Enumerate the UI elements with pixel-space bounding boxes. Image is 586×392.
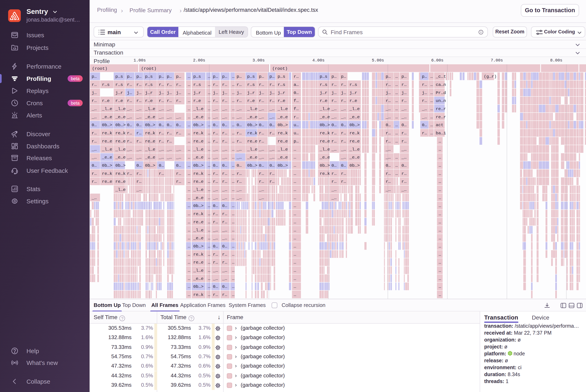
svg-text:_l…e: _l…e — [115, 188, 125, 192]
svg-text:re…k: re…k — [115, 131, 125, 136]
svg-text:j…: j… — [422, 90, 427, 95]
svg-text:…: … — [293, 179, 296, 184]
svg-text:p…: p… — [422, 74, 427, 79]
svg-text:r…: r… — [127, 98, 132, 103]
svg-text:…: … — [232, 268, 234, 273]
svg-text:re…k: re…k — [193, 292, 203, 297]
svg-text:…: … — [438, 179, 441, 184]
svg-text:_l…e: _l…e — [115, 147, 125, 152]
svg-text:r…: r… — [269, 98, 274, 103]
svg-text:_e…e: _e…e — [115, 155, 125, 160]
svg-text:r…e: r…e — [193, 98, 201, 103]
svg-text:r…: r… — [127, 171, 132, 176]
svg-text:r…: r… — [213, 171, 218, 176]
svg-text:p…s: p…s — [193, 74, 201, 79]
svg-text:0…: 0… — [213, 284, 218, 289]
svg-text:p…: p… — [341, 74, 346, 79]
svg-text:0…: 0… — [136, 163, 141, 168]
svg-text:_e…e: _e…e — [193, 276, 203, 281]
svg-text:r…: r… — [385, 139, 390, 144]
svg-text:_e…e: _e…e — [145, 155, 155, 160]
svg-text:_…: _… — [213, 115, 218, 120]
svg-text:…: … — [438, 260, 441, 265]
svg-text:r…: r… — [159, 131, 164, 136]
svg-text:…: … — [188, 268, 190, 273]
svg-text:…: … — [208, 115, 210, 120]
svg-text:…: … — [438, 196, 441, 200]
svg-text:…: … — [438, 292, 441, 297]
svg-text:r…: r… — [236, 82, 242, 87]
svg-text:_…: _… — [166, 147, 172, 152]
svg-text:…: … — [208, 123, 210, 128]
svg-text:…: … — [293, 188, 296, 192]
svg-text:j…r: j…r — [115, 90, 123, 95]
svg-text:r…e: r…e — [319, 98, 327, 103]
svg-text:_e…e: _e…e — [115, 115, 125, 120]
svg-text:re…e: re…e — [247, 139, 257, 144]
svg-text:p…: p… — [269, 74, 274, 79]
svg-text:_e…e: _e…e — [247, 115, 257, 120]
svg-text:_…: _… — [213, 236, 218, 240]
svg-text:j…r: j…r — [319, 90, 327, 95]
svg-text:p…: p… — [159, 74, 164, 79]
svg-text:0b…>: 0b…> — [102, 123, 112, 128]
svg-text:…: … — [208, 284, 210, 289]
svg-text:r…: r… — [401, 82, 406, 87]
svg-text:_…: _… — [136, 188, 141, 192]
svg-text:…: … — [188, 98, 190, 103]
svg-text:_e…e: _e…e — [277, 155, 288, 160]
svg-text:0…: 0… — [136, 123, 141, 128]
svg-text:r…: r… — [176, 82, 181, 87]
svg-text:…: … — [188, 236, 190, 240]
svg-text:…: … — [232, 244, 234, 249]
svg-text:…: … — [208, 228, 210, 233]
svg-text:p…s: p…s — [145, 74, 153, 79]
svg-text:_…: _… — [222, 147, 227, 152]
svg-text:…: … — [188, 284, 190, 289]
svg-text:(g…r): (g…r) — [484, 74, 496, 79]
svg-text:…: … — [232, 98, 234, 103]
svg-text:0…: 0… — [422, 123, 427, 128]
svg-text:…: … — [208, 188, 210, 192]
svg-text:a…: a… — [293, 82, 298, 87]
svg-text:…: … — [188, 220, 190, 224]
svg-text:_l…e: _l…e — [193, 188, 203, 192]
svg-text:_…: _… — [213, 268, 218, 273]
svg-text:r…: r… — [136, 82, 141, 87]
svg-text:r…: r… — [92, 171, 97, 176]
svg-text:0…: 0… — [213, 163, 218, 168]
svg-text:_…: _… — [158, 107, 164, 111]
svg-text:…: … — [293, 228, 296, 233]
svg-text:p…: p… — [385, 74, 390, 79]
svg-text:…: … — [438, 139, 441, 144]
svg-text:0…: 0… — [269, 123, 274, 128]
svg-text:…: … — [208, 179, 210, 184]
svg-text:0…: 0… — [167, 123, 172, 128]
svg-text:…: … — [293, 220, 296, 224]
svg-text:_…: _… — [331, 196, 336, 200]
svg-text:r…: r… — [385, 179, 390, 184]
svg-text:r…: r… — [331, 98, 336, 103]
svg-text:_…: _… — [127, 115, 132, 120]
svg-text:…: … — [430, 131, 433, 136]
svg-text:_…: _… — [222, 155, 227, 160]
svg-text:…: … — [438, 220, 441, 224]
svg-text:_…: _… — [91, 155, 97, 160]
svg-text:r…: r… — [222, 220, 227, 224]
svg-text:…: … — [232, 179, 234, 184]
svg-text:…: … — [293, 147, 296, 152]
svg-text:r…: r… — [269, 82, 274, 87]
svg-text:_…: _… — [385, 155, 390, 160]
svg-text:r…: r… — [259, 131, 264, 136]
svg-text:r…: r… — [401, 179, 406, 184]
svg-text:_…: _… — [331, 188, 336, 192]
svg-text:…: … — [232, 131, 234, 136]
svg-text:…: … — [232, 292, 234, 297]
svg-text:…: … — [232, 220, 234, 224]
svg-text:0…: 0… — [293, 90, 298, 95]
svg-text:_…: _… — [269, 147, 274, 152]
svg-text:_…: _… — [341, 115, 346, 120]
svg-text:…: … — [232, 196, 234, 200]
svg-text:u…: u… — [293, 131, 298, 136]
svg-text:r…: r… — [127, 82, 132, 87]
